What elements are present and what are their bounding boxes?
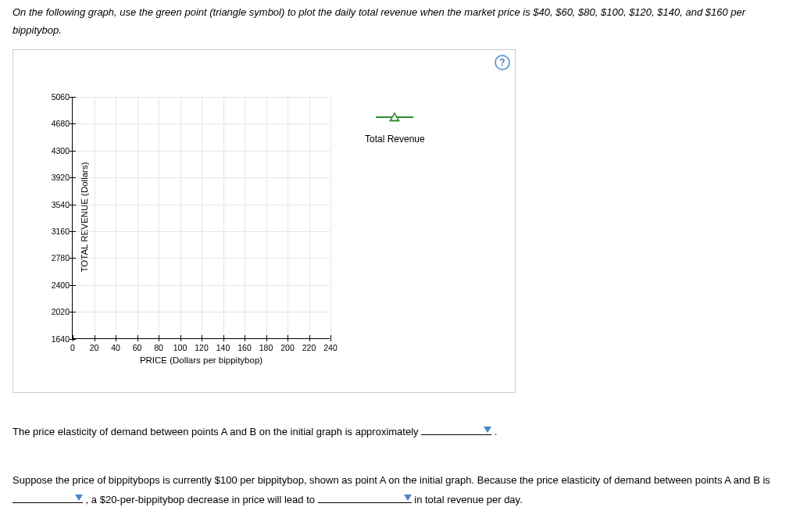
y-tick-label: 3160 <box>45 227 70 236</box>
plot-area[interactable]: TOTAL REVENUE (Dollars) PRICE (Dollars p… <box>72 97 330 339</box>
y-tick-label: 4680 <box>45 119 70 128</box>
legend[interactable]: Total Revenue <box>365 111 425 145</box>
y-tick-label: 2780 <box>45 253 70 262</box>
x-tick-label: 120 <box>195 343 209 352</box>
legend-label: Total Revenue <box>365 134 425 145</box>
graph-panel: ? TOTAL REVENUE (Dollars) PRICE (Dollars… <box>12 49 516 393</box>
x-tick-label: 100 <box>173 343 188 352</box>
q1-pre: The price elasticity of demand between p… <box>12 426 421 437</box>
caret-down-icon <box>75 495 83 501</box>
q2-post: in total revenue per day. <box>412 494 523 505</box>
caret-down-icon <box>484 427 491 433</box>
x-tick-label: 60 <box>133 343 142 352</box>
y-tick-label: 1640 <box>45 334 70 344</box>
help-icon[interactable]: ? <box>495 55 510 70</box>
x-tick-label: 40 <box>111 343 120 352</box>
x-axis-title: PRICE (Dollars per bippitybop) <box>140 355 262 365</box>
x-tick-label: 180 <box>259 343 273 352</box>
instruction-text: On the following graph, use the green po… <box>12 0 788 45</box>
y-tick-label: 2020 <box>45 307 70 316</box>
y-axis-title: TOTAL REVENUE (Dollars) <box>80 162 89 273</box>
q2-mid: , a $20-per-bippitybop decrease in price… <box>83 494 318 505</box>
question-1: The price elasticity of demand between p… <box>12 423 788 442</box>
x-tick-label: 200 <box>280 343 295 352</box>
x-tick-label: 140 <box>216 343 230 352</box>
x-tick-label: 240 <box>323 343 338 352</box>
q1-post: . <box>491 426 497 437</box>
q2-pre: Suppose the price of bippitybops is curr… <box>12 474 770 486</box>
elasticity-class-dropdown[interactable] <box>12 492 83 503</box>
y-tick-label: 3540 <box>45 200 70 209</box>
elasticity-dropdown[interactable] <box>421 424 491 435</box>
y-tick-label: 5060 <box>45 92 70 102</box>
triangle-icon[interactable] <box>376 111 413 123</box>
caret-down-icon <box>404 495 412 501</box>
x-tick-label: 20 <box>90 343 99 352</box>
y-tick-label: 4300 <box>45 146 70 155</box>
revenue-change-dropdown[interactable] <box>318 492 412 503</box>
x-tick-label: 0 <box>70 343 75 352</box>
y-tick-label: 2400 <box>45 280 70 290</box>
x-tick-label: 160 <box>238 343 252 352</box>
x-tick-label: 220 <box>302 343 316 352</box>
x-tick-label: 80 <box>154 343 163 352</box>
y-tick-label: 3920 <box>45 173 70 182</box>
question-2: Suppose the price of bippitybops is curr… <box>12 471 788 509</box>
